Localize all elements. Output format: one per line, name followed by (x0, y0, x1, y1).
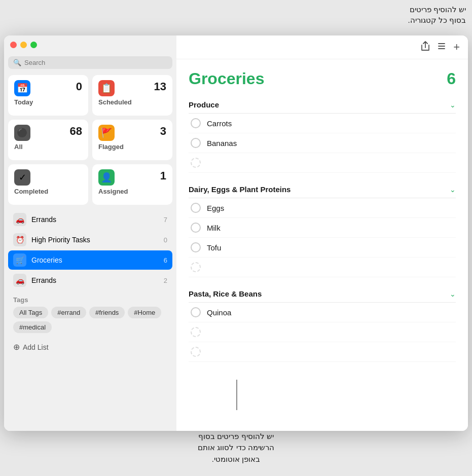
close-button[interactable] (10, 42, 17, 48)
card-icon-today: 📅 (14, 80, 30, 96)
task-circle-1-0[interactable] (191, 203, 201, 213)
task-name-0-0: Carrots (207, 119, 232, 128)
category-header-0[interactable]: Produce ⌄ (189, 96, 456, 114)
tag-all tags[interactable]: All Tags (13, 307, 48, 318)
list-name-groceries: Groceries (31, 256, 159, 264)
task-item-1-2: Tofu (189, 238, 456, 258)
smart-card-all[interactable]: ⚫ 68 All (8, 120, 88, 160)
list-section: 🚗 Errands 7 ⏰ High Priority Tasks 0 🛒 Gr… (8, 210, 172, 290)
task-item-0-2 (189, 153, 456, 173)
main-toolbar: + (176, 35, 468, 59)
list-item-high-priority[interactable]: ⏰ High Priority Tasks 0 (8, 230, 172, 249)
task-name-0-1: Bananas (207, 139, 237, 148)
task-circle-2-1[interactable] (191, 327, 201, 337)
category-section-0: Produce ⌄ CarrotsBananas (189, 96, 456, 173)
category-header-1[interactable]: Dairy, Eggs & Plant Proteins ⌄ (189, 181, 456, 198)
smart-card-today[interactable]: 📅 0 Today (8, 75, 88, 116)
card-icon-scheduled: 📋 (98, 80, 115, 96)
card-count-flagged: 3 (160, 125, 166, 138)
category-section-2: Pasta, Rice & Beans ⌄ Quinoa (189, 285, 456, 362)
plus-toolbar-icon[interactable]: + (453, 41, 460, 54)
task-circle-1-3[interactable] (191, 262, 201, 272)
list-total-count: 6 (447, 69, 456, 88)
card-label-all: All (14, 143, 82, 151)
search-bar: 🔍 (8, 56, 172, 69)
tag-friends[interactable]: #friends (89, 307, 125, 318)
tooltip-line (236, 380, 237, 410)
task-circle-1-1[interactable] (191, 223, 201, 233)
list-name-errands1: Errands (31, 215, 159, 224)
category-chevron-2: ⌄ (450, 290, 456, 298)
task-circle-0-1[interactable] (191, 138, 201, 148)
smart-card-assigned[interactable]: 👤 1 Assigned (92, 164, 172, 205)
sidebar: 🔍 📅 0 Today 📋 13 Scheduled ⚫ 68 All 🚩 3 … (4, 35, 176, 431)
category-chevron-1: ⌄ (450, 186, 456, 194)
fullscreen-button[interactable] (30, 42, 37, 48)
list-item-errands2[interactable]: 🚗 Errands 2 (8, 271, 172, 290)
card-icon-all: ⚫ (14, 125, 30, 141)
task-circle-2-2[interactable] (191, 347, 201, 357)
tag-home[interactable]: #Home (128, 307, 161, 318)
task-name-2-0: Quinoa (207, 308, 231, 317)
task-item-2-2 (189, 342, 456, 362)
smart-card-scheduled[interactable]: 📋 13 Scheduled (92, 75, 172, 116)
categories-container: Produce ⌄ CarrotsBananas Dairy, Eggs & P… (189, 96, 456, 362)
category-name-1: Dairy, Eggs & Plant Proteins (189, 185, 291, 194)
card-label-scheduled: Scheduled (98, 98, 166, 106)
task-circle-0-2[interactable] (191, 158, 201, 168)
card-icon-flagged: 🚩 (98, 125, 115, 141)
plus-icon: ⊕ (13, 342, 20, 352)
card-label-completed: Completed (14, 188, 82, 195)
card-label-today: Today (14, 98, 82, 106)
category-header-2[interactable]: Pasta, Rice & Beans ⌄ (189, 285, 456, 303)
task-name-1-0: Eggs (207, 204, 224, 212)
task-item-2-0: Quinoa (189, 303, 456, 322)
task-circle-2-0[interactable] (191, 307, 201, 317)
list-icon-groceries: 🛒 (13, 253, 26, 267)
task-name-1-2: Tofu (207, 243, 221, 252)
list-name-errands2: Errands (31, 276, 159, 284)
card-label-assigned: Assigned (98, 188, 166, 195)
minimize-button[interactable] (20, 42, 27, 48)
tags-label: Tags (8, 296, 172, 304)
app-window: 🔍 📅 0 Today 📋 13 Scheduled ⚫ 68 All 🚩 3 … (4, 35, 468, 431)
card-count-today: 0 (76, 80, 82, 93)
list-title: Groceries (189, 69, 264, 88)
list-icon-errands1: 🚗 (13, 213, 26, 226)
card-count-assigned: 1 (160, 169, 166, 182)
tags-section: Tags All Tags#errand#friends#Home#medica… (8, 296, 172, 333)
tooltip-bottom: יש להוסיף פריטים בסוף הרשימה כדי לסווג א… (198, 431, 274, 465)
tag-errand[interactable]: #errand (51, 307, 86, 318)
traffic-lights (8, 42, 172, 48)
smart-card-completed[interactable]: ✓ Completed (8, 164, 88, 205)
add-list-label: Add List (23, 343, 49, 351)
share-icon[interactable] (421, 41, 430, 54)
task-item-0-1: Bananas (189, 133, 456, 153)
task-item-1-1: Milk (189, 218, 456, 238)
list-count-errands1: 7 (164, 216, 167, 224)
search-input[interactable] (24, 59, 167, 66)
add-list-button[interactable]: ⊕ Add List (8, 338, 172, 356)
list-item-errands1[interactable]: 🚗 Errands 7 (8, 210, 172, 229)
list-format-icon[interactable] (437, 42, 446, 53)
smart-grid: 📅 0 Today 📋 13 Scheduled ⚫ 68 All 🚩 3 Fl… (8, 75, 172, 205)
task-circle-0-0[interactable] (191, 118, 201, 128)
list-item-groceries[interactable]: 🛒 Groceries 6 (8, 250, 172, 270)
card-count-scheduled: 13 (154, 80, 166, 93)
task-circle-1-2[interactable] (191, 242, 201, 252)
list-count-errands2: 2 (164, 277, 167, 284)
main-body: Groceries 6 Produce ⌄ CarrotsBananas Dai… (176, 59, 468, 431)
list-title-row: Groceries 6 (189, 69, 456, 88)
tooltip-top: יש להוסיף פריטים בסוף כל קטגוריה. (408, 4, 466, 25)
tags-wrap: All Tags#errand#friends#Home#medical (8, 307, 172, 333)
category-section-1: Dairy, Eggs & Plant Proteins ⌄ EggsMilkT… (189, 181, 456, 277)
search-icon: 🔍 (13, 59, 21, 66)
category-name-2: Pasta, Rice & Beans (189, 289, 262, 298)
task-item-2-1 (189, 322, 456, 342)
task-item-0-0: Carrots (189, 114, 456, 133)
category-chevron-0: ⌄ (450, 101, 456, 109)
tag-medical[interactable]: #medical (13, 321, 52, 333)
smart-card-flagged[interactable]: 🚩 3 Flagged (92, 120, 172, 160)
card-label-flagged: Flagged (98, 143, 166, 151)
category-name-0: Produce (189, 100, 219, 109)
